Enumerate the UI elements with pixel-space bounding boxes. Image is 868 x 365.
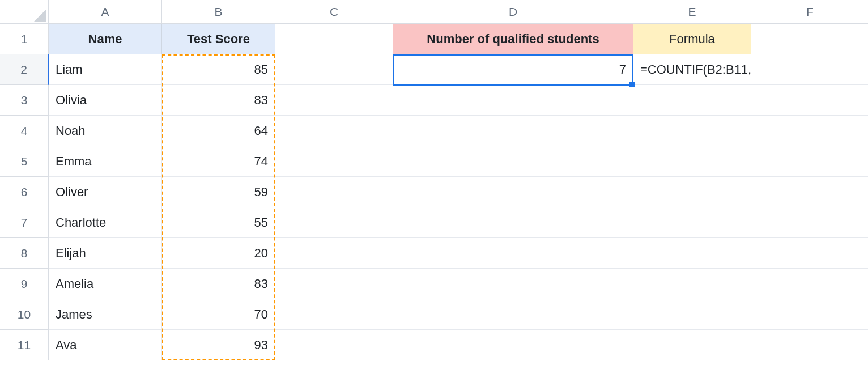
cell-D5[interactable] <box>393 146 633 177</box>
cell-D1[interactable]: Number of qualified students <box>393 24 633 54</box>
cell-A6[interactable]: Oliver <box>49 177 162 207</box>
column-headers: ABCDEF <box>49 0 868 24</box>
cell-B3[interactable]: 83 <box>162 85 275 116</box>
table-row: Ava93 <box>49 330 868 360</box>
cell-C8[interactable] <box>275 238 393 269</box>
cell-B4[interactable]: 64 <box>162 116 275 146</box>
cell-B8[interactable]: 20 <box>162 238 275 269</box>
cell-F7[interactable] <box>751 207 868 238</box>
cell-E7[interactable] <box>633 207 751 238</box>
cell-C11[interactable] <box>275 330 393 360</box>
cell-B2[interactable]: 85 <box>162 54 275 85</box>
cell-C4[interactable] <box>275 116 393 146</box>
cell-B7[interactable]: 55 <box>162 207 275 238</box>
row-header-4[interactable]: 4 <box>0 116 49 146</box>
cell-C3[interactable] <box>275 85 393 116</box>
cell-F1[interactable] <box>751 24 868 54</box>
cell-C1[interactable] <box>275 24 393 54</box>
cell-B1[interactable]: Test Score <box>162 24 275 54</box>
cell-D8[interactable] <box>393 238 633 269</box>
row-header-2[interactable]: 2 <box>0 54 49 85</box>
column-header-D[interactable]: D <box>393 0 633 24</box>
row-header-9[interactable]: 9 <box>0 269 49 299</box>
cell-D11[interactable] <box>393 330 633 360</box>
cell-C10[interactable] <box>275 299 393 330</box>
cell-A10[interactable]: James <box>49 299 162 330</box>
column-header-F[interactable]: F <box>751 0 868 24</box>
cell-B11[interactable]: 93 <box>162 330 275 360</box>
cell-E4[interactable] <box>633 116 751 146</box>
cell-F11[interactable] <box>751 330 868 360</box>
cell-A7[interactable]: Charlotte <box>49 207 162 238</box>
cell-A3[interactable]: Olivia <box>49 85 162 116</box>
column-header-E[interactable]: E <box>633 0 751 24</box>
cell-C7[interactable] <box>275 207 393 238</box>
cell-F8[interactable] <box>751 238 868 269</box>
cell-B10[interactable]: 70 <box>162 299 275 330</box>
cell-E6[interactable] <box>633 177 751 207</box>
cell-E1[interactable]: Formula <box>633 24 751 54</box>
cell-C2[interactable] <box>275 54 393 85</box>
cell-F4[interactable] <box>751 116 868 146</box>
cell-A8[interactable]: Elijah <box>49 238 162 269</box>
cell-D2[interactable]: 7 <box>393 54 633 85</box>
cell-F10[interactable] <box>751 299 868 330</box>
cell-D6[interactable] <box>393 177 633 207</box>
cell-F5[interactable] <box>751 146 868 177</box>
table-row: Amelia83 <box>49 269 868 299</box>
cell-D9[interactable] <box>393 269 633 299</box>
cell-A5[interactable]: Emma <box>49 146 162 177</box>
cell-C6[interactable] <box>275 177 393 207</box>
cell-B5[interactable]: 74 <box>162 146 275 177</box>
column-header-C[interactable]: C <box>275 0 393 24</box>
row-header-10[interactable]: 10 <box>0 299 49 330</box>
cell-D4[interactable] <box>393 116 633 146</box>
table-row: Olivia83 <box>49 85 868 116</box>
cell-E5[interactable] <box>633 146 751 177</box>
table-row: Charlotte55 <box>49 207 868 238</box>
column-header-A[interactable]: A <box>49 0 162 24</box>
cell-E11[interactable] <box>633 330 751 360</box>
cell-D7[interactable] <box>393 207 633 238</box>
table-row: Oliver59 <box>49 177 868 207</box>
cell-B6[interactable]: 59 <box>162 177 275 207</box>
cell-C5[interactable] <box>275 146 393 177</box>
cell-F9[interactable] <box>751 269 868 299</box>
cell-E10[interactable] <box>633 299 751 330</box>
corner-triangle-icon <box>34 9 46 22</box>
cell-A2[interactable]: Liam <box>49 54 162 85</box>
cell-F3[interactable] <box>751 85 868 116</box>
cell-D3[interactable] <box>393 85 633 116</box>
table-row: Emma74 <box>49 146 868 177</box>
cell-E8[interactable] <box>633 238 751 269</box>
cell-A1[interactable]: Name <box>49 24 162 54</box>
cell-C9[interactable] <box>275 269 393 299</box>
cell-A4[interactable]: Noah <box>49 116 162 146</box>
table-row: Elijah20 <box>49 238 868 269</box>
cell-A11[interactable]: Ava <box>49 330 162 360</box>
cell-grid: NameTest ScoreNumber of qualified studen… <box>49 24 868 360</box>
cell-B9[interactable]: 83 <box>162 269 275 299</box>
row-header-5[interactable]: 5 <box>0 146 49 177</box>
cell-E9[interactable] <box>633 269 751 299</box>
row-header-8[interactable]: 8 <box>0 238 49 269</box>
cell-F2[interactable] <box>751 54 868 85</box>
column-header-B[interactable]: B <box>162 0 275 24</box>
table-row: Noah64 <box>49 116 868 146</box>
row-header-3[interactable]: 3 <box>0 85 49 116</box>
cell-E3[interactable] <box>633 85 751 116</box>
cell-D10[interactable] <box>393 299 633 330</box>
table-row: Liam857=COUNTIF(B2:B11,">60") <box>49 54 868 85</box>
cell-E2[interactable]: =COUNTIF(B2:B11,">60") <box>633 54 751 85</box>
row-header-7[interactable]: 7 <box>0 207 49 238</box>
row-header-1[interactable]: 1 <box>0 24 49 54</box>
cell-F6[interactable] <box>751 177 868 207</box>
cell-A9[interactable]: Amelia <box>49 269 162 299</box>
spreadsheet: ABCDEF 1234567891011 NameTest ScoreNumbe… <box>0 0 868 365</box>
table-row: James70 <box>49 299 868 330</box>
row-headers: 1234567891011 <box>0 24 49 360</box>
row-header-6[interactable]: 6 <box>0 177 49 207</box>
row-header-11[interactable]: 11 <box>0 330 49 360</box>
select-all-corner[interactable] <box>0 0 49 24</box>
table-row: NameTest ScoreNumber of qualified studen… <box>49 24 868 54</box>
